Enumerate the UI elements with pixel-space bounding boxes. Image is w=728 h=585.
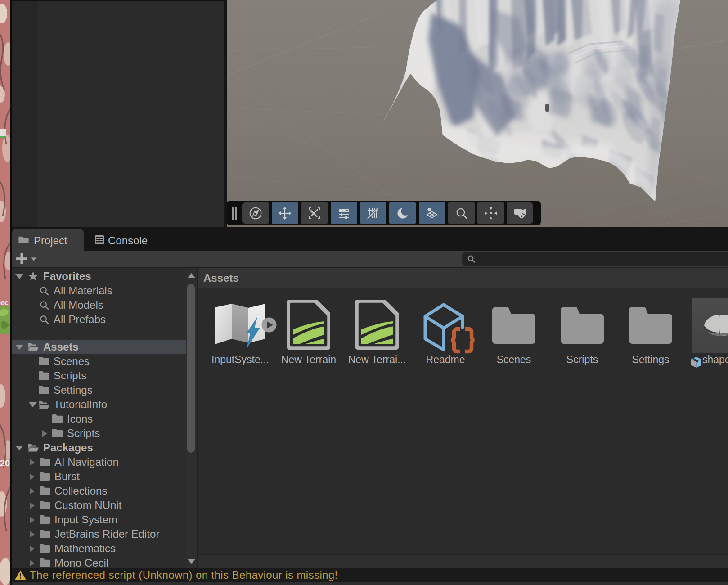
svg-text:20: 20: [0, 458, 10, 468]
svg-text:ec: ec: [0, 299, 9, 306]
